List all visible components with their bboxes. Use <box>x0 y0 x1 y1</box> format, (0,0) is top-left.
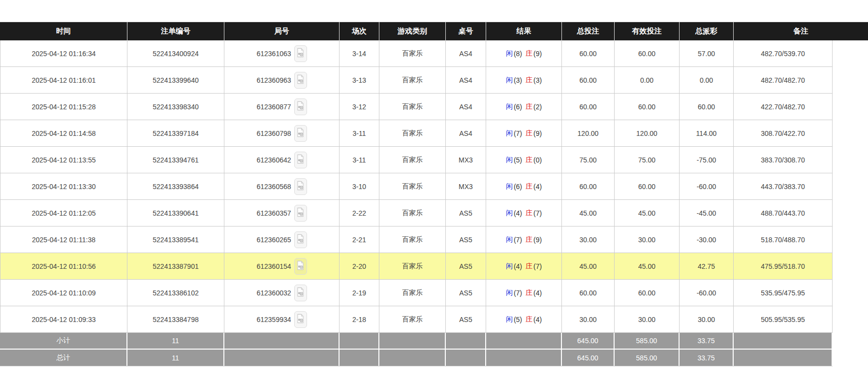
total-bet-cell: 120.00 <box>562 120 615 146</box>
result-banker-label: 庄 <box>526 315 532 324</box>
time-cell: 2025-04-12 01:11:38 <box>0 226 127 253</box>
valid-bet-cell: 30.00 <box>615 226 680 253</box>
result-player-label: 闲 <box>506 235 513 244</box>
game-type-cell: 百家乐 <box>379 280 446 306</box>
result-banker-label: 庄 <box>526 182 532 191</box>
bet-id-cell: 522413399640 <box>127 67 224 93</box>
video-replay-button[interactable] <box>294 45 307 62</box>
payout-cell: 114.00 <box>680 120 734 146</box>
video-replay-button[interactable] <box>294 285 307 301</box>
result-player-value: (8) <box>514 50 522 58</box>
game-type-cell: 百家乐 <box>379 226 446 253</box>
valid-bet-cell: 120.00 <box>615 120 680 146</box>
result-banker-value: (4) <box>533 183 542 191</box>
time-cell: 2025-04-12 01:16:34 <box>0 40 127 66</box>
video-replay-button[interactable] <box>294 98 307 115</box>
remark-cell: 482.70/482.70 <box>734 67 833 93</box>
result-player-label: 闲 <box>506 209 513 218</box>
video-replay-button[interactable] <box>294 258 307 275</box>
time-cell: 2025-04-12 01:09:33 <box>0 306 127 332</box>
column-header-result: 结果 <box>486 22 562 40</box>
result-banker-label: 庄 <box>526 129 532 138</box>
column-header-total-bet: 总投注 <box>562 22 615 40</box>
round-id: 612359934 <box>256 316 291 323</box>
table-row[interactable]: 2025-04-12 01:10:56522413387901612360154… <box>0 253 833 280</box>
total-cell-empty <box>446 350 486 366</box>
column-header-round-id: 局号 <box>224 22 340 40</box>
video-replay-button[interactable] <box>294 311 307 328</box>
table-row[interactable]: 2025-04-12 01:13:55522413394761612360642… <box>0 147 833 173</box>
payout-cell: 30.00 <box>680 306 734 332</box>
result-player-label: 闲 <box>506 262 513 271</box>
payout-cell: -60.00 <box>680 280 734 306</box>
game-type-cell: 百家乐 <box>379 40 446 66</box>
valid-bet-cell: 60.00 <box>615 94 680 120</box>
video-replay-button[interactable] <box>294 125 307 142</box>
video-replay-button[interactable] <box>294 152 307 168</box>
payout-cell: 57.00 <box>680 40 734 66</box>
table-row[interactable]: 2025-04-12 01:10:09522413386102612360032… <box>0 280 833 306</box>
table-row[interactable]: 2025-04-12 01:13:30522413393864612360568… <box>0 173 833 200</box>
column-header-time: 时间 <box>0 22 127 40</box>
result-player-value: (4) <box>514 209 522 217</box>
total-count: 11 <box>127 350 224 366</box>
subtotal-row: 小计 11 645.00 585.00 33.75 <box>0 333 833 350</box>
result-player-value: (4) <box>514 262 522 270</box>
column-header-table-no: 桌号 <box>446 22 486 40</box>
bet-id-cell: 522413394761 <box>127 147 224 173</box>
valid-bet-cell: 0.00 <box>615 67 680 93</box>
subtotal-cell-empty <box>340 333 379 349</box>
table-row[interactable]: 2025-04-12 01:12:05522413390641612360357… <box>0 200 833 226</box>
round-id: 612360357 <box>256 209 291 217</box>
video-replay-button[interactable] <box>294 178 307 195</box>
table-row[interactable]: 2025-04-12 01:16:01522413399640612360963… <box>0 67 833 94</box>
result-cell: 闲(3)庄(3) <box>486 67 562 93</box>
bet-id-cell: 522413400924 <box>127 40 224 66</box>
table-row[interactable]: 2025-04-12 01:09:33522413384798612359934… <box>0 306 833 333</box>
result-cell: 闲(5)庄(4) <box>486 306 562 332</box>
total-label: 总计 <box>0 350 127 366</box>
bet-id-cell: 522413390641 <box>127 200 224 226</box>
total-total-bet: 645.00 <box>562 350 615 366</box>
session-cell: 3-13 <box>340 67 379 93</box>
result-banker-value: (7) <box>533 262 542 270</box>
table-no-cell: MX3 <box>446 147 486 173</box>
video-file-icon <box>297 101 304 112</box>
result-player-label: 闲 <box>506 289 513 297</box>
bet-id-cell: 522413397184 <box>127 120 224 146</box>
result-player-label: 闲 <box>506 49 513 58</box>
result-cell: 闲(6)庄(4) <box>486 173 562 199</box>
bet-id-cell: 522413387901 <box>127 253 224 279</box>
video-replay-button[interactable] <box>294 72 307 89</box>
round-cell: 612360357 <box>224 200 340 226</box>
total-bet-cell: 30.00 <box>562 226 615 253</box>
result-banker-label: 庄 <box>526 235 532 244</box>
round-id: 612360032 <box>256 289 291 297</box>
round-id: 612360568 <box>256 183 291 191</box>
total-cell-empty <box>734 350 833 366</box>
column-header-game-type: 游戏类别 <box>379 22 446 40</box>
remark-cell: 535.95/475.95 <box>734 280 833 306</box>
video-file-icon <box>297 314 304 325</box>
table-row[interactable]: 2025-04-12 01:11:38522413389541612360265… <box>0 226 833 253</box>
table-no-cell: AS4 <box>446 67 486 93</box>
session-cell: 3-11 <box>340 147 379 173</box>
result-banker-value: (7) <box>533 209 542 217</box>
table-row[interactable]: 2025-04-12 01:14:58522413397184612360798… <box>0 120 833 147</box>
table-row[interactable]: 2025-04-12 01:15:28522413398340612360877… <box>0 94 833 120</box>
table-no-cell: AS4 <box>446 120 486 146</box>
result-banker-value: (4) <box>533 316 542 323</box>
game-type-cell: 百家乐 <box>379 306 446 332</box>
result-player-value: (3) <box>514 76 522 84</box>
bet-id-cell: 522413384798 <box>127 306 224 332</box>
video-replay-button[interactable] <box>294 205 307 222</box>
total-bet-cell: 60.00 <box>562 280 615 306</box>
video-replay-button[interactable] <box>294 231 307 248</box>
subtotal-label: 小计 <box>0 333 127 349</box>
result-banker-value: (2) <box>533 103 542 111</box>
result-player-value: (7) <box>514 236 522 244</box>
table-row[interactable]: 2025-04-12 01:16:34522413400924612361063… <box>0 40 833 67</box>
payout-cell: -75.00 <box>680 147 734 173</box>
result-banker-label: 庄 <box>526 156 532 164</box>
table-no-cell: AS4 <box>446 40 486 66</box>
